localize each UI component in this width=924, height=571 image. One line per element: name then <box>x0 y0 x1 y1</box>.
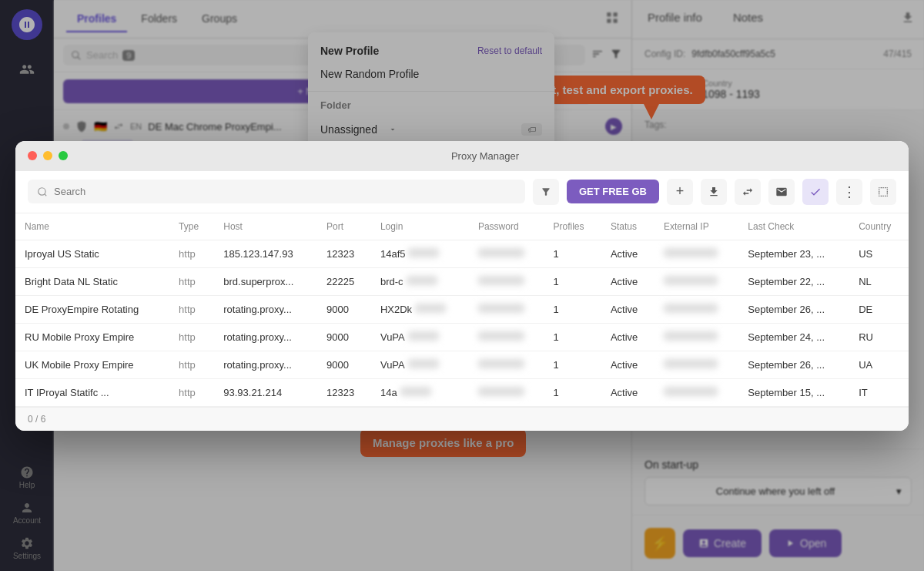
cell-profiles: 1 <box>544 295 601 323</box>
modal-search-input[interactable] <box>54 186 516 197</box>
cell-password <box>469 323 544 351</box>
cell-profiles: 1 <box>544 323 601 351</box>
table-row[interactable]: UK Mobile Proxy Empire http rotating.pro… <box>15 351 909 378</box>
cell-status: Active <box>601 240 654 267</box>
cell-password <box>469 295 544 323</box>
cell-profiles: 1 <box>544 267 601 295</box>
cell-login: HX2Dk <box>371 295 469 323</box>
svg-point-0 <box>38 187 45 194</box>
cell-country: DE <box>849 295 909 323</box>
cell-host: rotating.proxy... <box>214 295 317 323</box>
cell-port: 22225 <box>317 267 371 295</box>
table-row[interactable]: IT IProyal Statifc ... http 93.93.21.214… <box>15 378 909 406</box>
col-external-ip: External IP <box>654 213 738 240</box>
cell-login: VuPA <box>371 323 469 351</box>
traffic-light-close[interactable] <box>28 151 37 160</box>
cell-host: brd.superprox... <box>214 267 317 295</box>
cell-name: Iproyal US Static <box>15 240 169 267</box>
svg-line-1 <box>45 193 47 196</box>
col-last-check: Last Check <box>738 213 849 240</box>
cell-last-check: September 26, ... <box>738 351 849 378</box>
cell-password <box>469 240 544 267</box>
cell-external-ip <box>654 323 738 351</box>
modal-search-icon <box>37 186 48 197</box>
cell-status: Active <box>601 323 654 351</box>
download-proxy-button[interactable] <box>701 179 727 205</box>
cell-country: NL <box>849 267 909 295</box>
email-proxy-button[interactable] <box>768 179 795 205</box>
cell-host: rotating.proxy... <box>214 351 317 378</box>
get-free-gb-button[interactable]: GET FREE GB <box>567 180 659 203</box>
modal-footer: 0 / 6 <box>15 407 909 431</box>
cell-name: RU Mobile Proxy Empire <box>15 323 169 351</box>
cell-type: http <box>169 323 214 351</box>
proxy-count: 0 / 6 <box>28 414 45 425</box>
cell-name: DE ProxyEmpire Rotating <box>15 295 169 323</box>
col-port: Port <box>317 213 371 240</box>
cell-login: 14a <box>371 378 469 406</box>
cell-host: rotating.proxy... <box>214 323 317 351</box>
traffic-light-minimize[interactable] <box>43 151 52 160</box>
cell-external-ip <box>654 351 738 378</box>
more-proxy-button[interactable]: ⋮ <box>836 179 862 205</box>
cell-last-check: September 22, ... <box>738 267 849 295</box>
check-proxy-button[interactable] <box>802 179 829 205</box>
cell-host: 185.123.147.93 <box>214 240 317 267</box>
cell-login: brd-c <box>371 267 469 295</box>
col-type: Type <box>169 213 214 240</box>
table-row[interactable]: DE ProxyEmpire Rotating http rotating.pr… <box>15 295 909 323</box>
cell-status: Active <box>601 295 654 323</box>
cell-external-ip <box>654 378 738 406</box>
layout-proxy-button[interactable] <box>870 179 896 205</box>
cell-profiles: 1 <box>544 378 601 406</box>
filter-toolbar-icon[interactable] <box>533 179 559 205</box>
proxy-table-scroll: Name Type Host Port Login Password Profi… <box>15 213 909 407</box>
table-row[interactable]: RU Mobile Proxy Empire http rotating.pro… <box>15 323 909 351</box>
cell-profiles: 1 <box>544 351 601 378</box>
col-status: Status <box>601 213 654 240</box>
table-row[interactable]: Iproyal US Static http 185.123.147.93 12… <box>15 240 909 267</box>
modal-toolbar: GET FREE GB + ⋮ <box>15 171 909 213</box>
cell-password <box>469 351 544 378</box>
table-row[interactable]: Bright Data NL Static http brd.superprox… <box>15 267 909 295</box>
cell-status: Active <box>601 378 654 406</box>
cell-port: 9000 <box>317 295 371 323</box>
table-header-row: Name Type Host Port Login Password Profi… <box>15 213 909 240</box>
cell-port: 9000 <box>317 351 371 378</box>
proxy-table: Name Type Host Port Login Password Profi… <box>15 213 909 407</box>
cell-status: Active <box>601 267 654 295</box>
cell-last-check: September 23, ... <box>738 240 849 267</box>
cell-login: 14af5 <box>371 240 469 267</box>
cell-host: 93.93.21.214 <box>214 378 317 406</box>
cell-name: IT IProyal Statifc ... <box>15 378 169 406</box>
cell-external-ip <box>654 295 738 323</box>
cell-port: 9000 <box>317 323 371 351</box>
cell-type: http <box>169 240 214 267</box>
modal-titlebar: Proxy Manager <box>15 141 909 171</box>
proxy-manager-modal: Proxy Manager GET FREE GB + <box>15 141 909 431</box>
cell-port: 12323 <box>317 240 371 267</box>
cell-type: http <box>169 378 214 406</box>
cell-password <box>469 378 544 406</box>
modal-title: Proxy Manager <box>74 150 896 162</box>
cell-status: Active <box>601 351 654 378</box>
col-profiles: Profiles <box>544 213 601 240</box>
cell-country: US <box>849 240 909 267</box>
col-login: Login <box>371 213 469 240</box>
cell-type: http <box>169 267 214 295</box>
cell-password <box>469 267 544 295</box>
swap-proxy-button[interactable] <box>735 179 761 205</box>
traffic-light-maximize[interactable] <box>59 151 68 160</box>
cell-login: VuPA <box>371 351 469 378</box>
cell-last-check: September 15, ... <box>738 378 849 406</box>
cell-type: http <box>169 351 214 378</box>
cell-profiles: 1 <box>544 240 601 267</box>
cell-external-ip <box>654 267 738 295</box>
cell-type: http <box>169 295 214 323</box>
cell-country: UA <box>849 351 909 378</box>
cell-external-ip <box>654 240 738 267</box>
cell-last-check: September 26, ... <box>738 295 849 323</box>
col-host: Host <box>214 213 317 240</box>
cell-country: IT <box>849 378 909 406</box>
add-proxy-button[interactable]: + <box>667 179 693 205</box>
